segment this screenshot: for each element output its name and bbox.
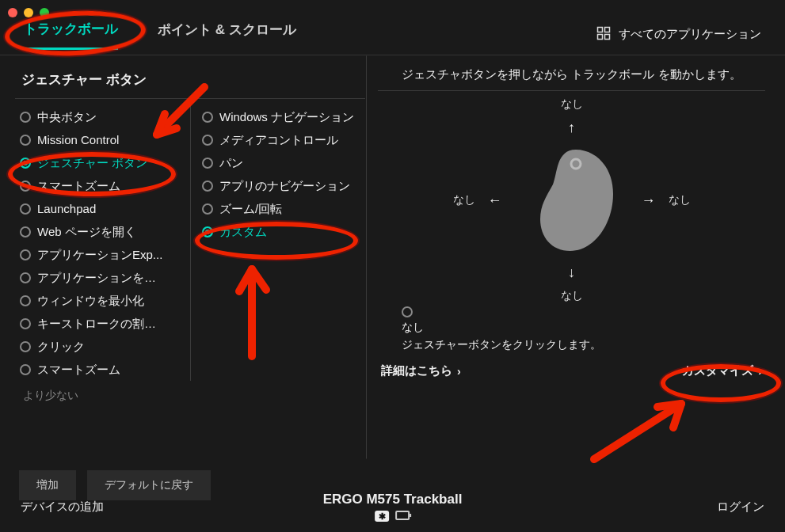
show-less-link[interactable]: より少ない: [15, 381, 365, 403]
gesture-mode-item-label: メディアコントロール: [219, 131, 338, 148]
svg-rect-3: [605, 35, 610, 40]
arrow-left-icon: ←: [488, 192, 502, 209]
button-action-item-label: アプリケーションExp...: [37, 246, 162, 263]
radio-icon: [20, 112, 31, 123]
device-indicator[interactable]: ERGO M575 Trackball ✱: [323, 492, 463, 522]
direction-left-label[interactable]: なし: [453, 193, 475, 207]
button-action-item[interactable]: スマートズーム: [15, 358, 187, 381]
direction-right-label[interactable]: なし: [669, 193, 691, 207]
radio-icon: [20, 180, 31, 192]
gesture-mode-item-label: アプリのナビゲーション: [219, 177, 350, 194]
customize-link[interactable]: カスタマイズ ›: [682, 363, 762, 378]
button-action-item-label: スマートズーム: [37, 177, 120, 194]
gesture-mode-item-label: ズーム/回転: [219, 200, 282, 217]
direction-down-label[interactable]: なし: [561, 289, 583, 303]
gesture-direction-pad: なし ↑ なし ← なし → なし ↓: [453, 97, 691, 303]
add-device-link[interactable]: デバイスの追加: [21, 500, 104, 515]
radio-icon: [202, 203, 213, 215]
button-action-item-label: Mission Control: [37, 131, 119, 148]
trackball-icon: [532, 145, 619, 256]
radio-icon: [202, 112, 213, 123]
arrow-up-icon: ↑: [568, 120, 575, 136]
gesture-button-panel: ジェスチャー ボタン 中央ボタンMission Controlジェスチャー ボタ…: [11, 55, 366, 459]
all-applications-button[interactable]: すべてのアプリケーション: [596, 26, 761, 43]
gesture-mode-list: Windows ナビゲーションメディアコントロールパンアプリのナビゲーションズー…: [191, 105, 365, 381]
radio-icon: [20, 318, 31, 329]
button-action-item-label: アプリケーションを…: [37, 269, 156, 286]
button-action-item[interactable]: Mission Control: [15, 128, 187, 151]
button-action-list: 中央ボタンMission Controlジェスチャー ボタンスマートズームLau…: [15, 105, 191, 381]
click-action-value: なし: [378, 321, 765, 335]
button-action-item-label: ウィンドウを最小化: [37, 292, 144, 309]
gesture-mode-item-label: カスタム: [219, 223, 267, 240]
direction-up-label[interactable]: なし: [561, 97, 583, 112]
chevron-right-icon: ›: [457, 365, 461, 378]
gesture-instruction-text: ジェスチャボタンを押しながら トラックボール を動かします。: [378, 67, 765, 90]
gesture-mode-item[interactable]: アプリのナビゲーション: [197, 174, 365, 197]
click-action-radio[interactable]: [378, 306, 765, 317]
gesture-mode-item[interactable]: Windows ナビゲーション: [197, 105, 365, 128]
button-action-item-label: スマートズーム: [37, 361, 120, 378]
button-action-item-label: 中央ボタン: [37, 108, 97, 125]
gesture-mode-item-label: Windows ナビゲーション: [219, 108, 354, 125]
radio-icon: [20, 341, 31, 352]
radio-icon: [20, 226, 31, 238]
radio-icon: [20, 249, 31, 260]
section-title: ジェスチャー ボタン: [15, 67, 365, 98]
receiver-icon: ✱: [375, 511, 390, 522]
svg-rect-1: [605, 28, 610, 32]
button-action-item-label: キーストロークの割…: [37, 315, 156, 332]
tab-point-and-scroll[interactable]: ポイント & スクロール: [158, 21, 296, 48]
button-action-item[interactable]: クリック: [15, 335, 187, 358]
main-tabbar: トラックボール ポイント & スクロール すべてのアプリケーション: [0, 0, 785, 55]
customize-link-label: カスタマイズ: [682, 363, 753, 378]
button-action-item[interactable]: スマートズーム: [15, 174, 187, 197]
device-name-label: ERGO M575 Trackball: [323, 492, 463, 507]
gesture-config-panel: ジェスチャボタンを押しながら トラックボール を動かします。 なし ↑ なし ←…: [366, 55, 774, 459]
login-link[interactable]: ログイン: [717, 500, 764, 515]
button-action-item-label: Web ページを開く: [37, 223, 136, 240]
footer-bar: デバイスの追加 ERGO M575 Trackball ✱ ログイン: [0, 481, 785, 532]
radio-icon: [20, 158, 31, 169]
svg-rect-0: [598, 28, 603, 32]
all-applications-label: すべてのアプリケーション: [619, 27, 761, 42]
button-action-item[interactable]: Launchpad: [15, 197, 187, 220]
radio-icon: [202, 180, 213, 192]
gesture-mode-item[interactable]: メディアコントロール: [197, 128, 365, 151]
radio-icon: [20, 364, 31, 375]
gesture-mode-item[interactable]: ズーム/回転: [197, 197, 365, 220]
button-action-item[interactable]: Web ページを開く: [15, 220, 187, 243]
chevron-right-icon: ›: [758, 365, 762, 378]
battery-icon: [396, 511, 410, 520]
radio-icon: [20, 295, 31, 306]
gesture-mode-item[interactable]: パン: [197, 151, 365, 174]
arrow-right-icon: →: [642, 192, 656, 209]
button-action-item[interactable]: ジェスチャー ボタン: [15, 151, 187, 174]
radio-icon: [202, 158, 213, 169]
button-action-item-label: ジェスチャー ボタン: [37, 154, 147, 171]
button-action-item[interactable]: 中央ボタン: [15, 105, 187, 128]
click-action-description: ジェスチャーボタンをクリックします。: [378, 338, 765, 352]
radio-icon: [20, 203, 31, 215]
svg-rect-2: [598, 35, 603, 40]
gesture-mode-item[interactable]: カスタム: [197, 220, 365, 243]
arrow-down-icon: ↓: [568, 264, 575, 281]
tab-trackball[interactable]: トラックボール: [24, 20, 118, 50]
button-action-item[interactable]: アプリケーションExp...: [15, 243, 187, 266]
gesture-mode-item-label: パン: [219, 154, 243, 171]
grid-icon: [596, 26, 611, 43]
details-link-label: 詳細はこちら: [381, 363, 452, 378]
button-action-item-label: クリック: [37, 338, 85, 355]
radio-icon: [202, 226, 213, 238]
radio-icon: [20, 135, 31, 146]
radio-icon: [202, 135, 213, 146]
radio-icon: [402, 306, 413, 317]
button-action-item[interactable]: ウィンドウを最小化: [15, 289, 187, 312]
radio-icon: [20, 272, 31, 283]
button-action-item[interactable]: キーストロークの割…: [15, 312, 187, 335]
button-action-item-label: Launchpad: [37, 200, 96, 217]
details-link[interactable]: 詳細はこちら ›: [381, 363, 461, 378]
button-action-item[interactable]: アプリケーションを…: [15, 266, 187, 289]
